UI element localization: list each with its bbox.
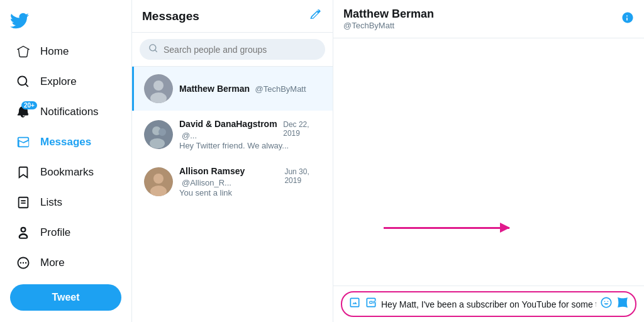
search-input[interactable] bbox=[164, 45, 316, 55]
arrow-line bbox=[384, 227, 509, 229]
conversation-item-david-dana[interactable]: David & DanaHagstrom @... Dec 22, 2019 H… bbox=[132, 111, 333, 158]
sidebar-item-explore[interactable]: Explore bbox=[5, 67, 126, 96]
convo-name-matthew: Matthew Berman bbox=[179, 84, 250, 94]
svg-point-6 bbox=[150, 138, 165, 148]
avatar-allison bbox=[144, 167, 173, 196]
sidebar-label-notifications: Notifications bbox=[40, 106, 99, 118]
lists-icon bbox=[15, 194, 31, 211]
convo-info-david: David & DanaHagstrom @... Dec 22, 2019 H… bbox=[179, 118, 323, 150]
messages-icon bbox=[15, 134, 31, 150]
convo-name-allison: Allison Ramsey bbox=[179, 166, 245, 176]
messages-title: Messages bbox=[142, 9, 199, 23]
convo-info-allison: Allison Ramsey @Allison_R... Jun 30, 201… bbox=[179, 165, 323, 197]
twitter-logo bbox=[0, 5, 131, 36]
sidebar-label-lists: Lists bbox=[40, 196, 62, 209]
chat-compose-area bbox=[333, 286, 644, 322]
convo-handle-matthew: @TechByMatt bbox=[255, 84, 306, 94]
explore-icon bbox=[15, 74, 31, 90]
convo-info-matthew: Matthew Berman @TechByMatt bbox=[179, 83, 323, 94]
compose-box bbox=[341, 291, 636, 317]
search-bar bbox=[140, 39, 325, 60]
conversation-item-matthew-berman[interactable]: Matthew Berman @TechByMatt bbox=[132, 67, 333, 111]
chat-header: Matthew Berman @TechByMatt bbox=[333, 0, 644, 38]
sidebar-item-profile[interactable]: Profile bbox=[5, 218, 126, 247]
sidebar-label-explore: Explore bbox=[40, 75, 77, 88]
messages-header: Messages bbox=[132, 0, 333, 33]
convo-handle-david: @... bbox=[182, 131, 197, 140]
sidebar-item-more[interactable]: More bbox=[5, 248, 126, 277]
sidebar-item-messages[interactable]: Messages bbox=[5, 128, 126, 157]
avatar-david-dana bbox=[144, 120, 173, 149]
convo-preview-allison: You sent a link bbox=[179, 188, 323, 197]
sidebar-item-home[interactable]: Home bbox=[5, 37, 126, 66]
sidebar-label-more: More bbox=[40, 257, 65, 269]
compose-image-icon[interactable] bbox=[348, 296, 361, 312]
sidebar-label-profile: Profile bbox=[40, 226, 70, 239]
chat-header-info: Matthew Berman @TechByMatt bbox=[343, 8, 434, 30]
notification-badge: 20+ bbox=[21, 101, 37, 109]
sidebar-nav: Home Explore Notifications 20+ Messages bbox=[0, 36, 131, 278]
svg-point-5 bbox=[158, 128, 166, 136]
home-icon bbox=[15, 43, 31, 60]
messages-panel: Messages Matthew bbox=[132, 0, 333, 322]
sidebar: Home Explore Notifications 20+ Messages bbox=[0, 0, 132, 322]
sidebar-label-home: Home bbox=[40, 45, 69, 58]
compose-emoji-icon[interactable] bbox=[600, 296, 613, 312]
convo-name-david: David & DanaHagstrom bbox=[179, 119, 277, 129]
avatar-matthew-berman bbox=[144, 74, 173, 103]
svg-point-1 bbox=[153, 80, 164, 91]
sidebar-item-bookmarks[interactable]: Bookmarks bbox=[5, 158, 126, 187]
profile-icon bbox=[15, 225, 31, 241]
convo-handle-allison: @Allison_R... bbox=[182, 178, 231, 187]
message-compose-input[interactable] bbox=[381, 299, 596, 309]
more-icon bbox=[15, 255, 31, 271]
convo-date-david: Dec 22, 2019 bbox=[283, 120, 323, 138]
svg-point-8 bbox=[153, 174, 164, 184]
chat-contact-name: Matthew Berman bbox=[343, 8, 434, 21]
search-bar-wrap bbox=[132, 33, 333, 67]
sidebar-item-notifications[interactable]: Notifications 20+ bbox=[5, 97, 126, 126]
search-icon bbox=[148, 43, 158, 55]
annotation-arrow bbox=[384, 227, 509, 229]
chat-panel: Matthew Berman @TechByMatt bbox=[333, 0, 644, 322]
sidebar-item-lists[interactable]: Lists bbox=[5, 188, 126, 217]
bookmarks-icon bbox=[15, 164, 31, 180]
chat-body bbox=[333, 38, 644, 286]
conversation-list: Matthew Berman @TechByMatt Dav bbox=[132, 67, 333, 322]
convo-preview-david: Hey Twitter friend. We alway... bbox=[179, 141, 323, 150]
conversation-item-allison[interactable]: Allison Ramsey @Allison_R... Jun 30, 201… bbox=[132, 158, 333, 205]
compose-message-icon[interactable] bbox=[309, 8, 323, 25]
info-icon[interactable] bbox=[621, 11, 634, 27]
chat-contact-handle: @TechByMatt bbox=[343, 21, 434, 30]
convo-date-allison: Jun 30, 2019 bbox=[284, 167, 323, 185]
sidebar-label-bookmarks: Bookmarks bbox=[40, 166, 94, 179]
compose-gif-icon[interactable] bbox=[365, 296, 377, 312]
compose-send-icon[interactable] bbox=[616, 296, 629, 312]
sidebar-label-messages: Messages bbox=[40, 136, 91, 148]
tweet-button[interactable]: Tweet bbox=[10, 284, 121, 311]
